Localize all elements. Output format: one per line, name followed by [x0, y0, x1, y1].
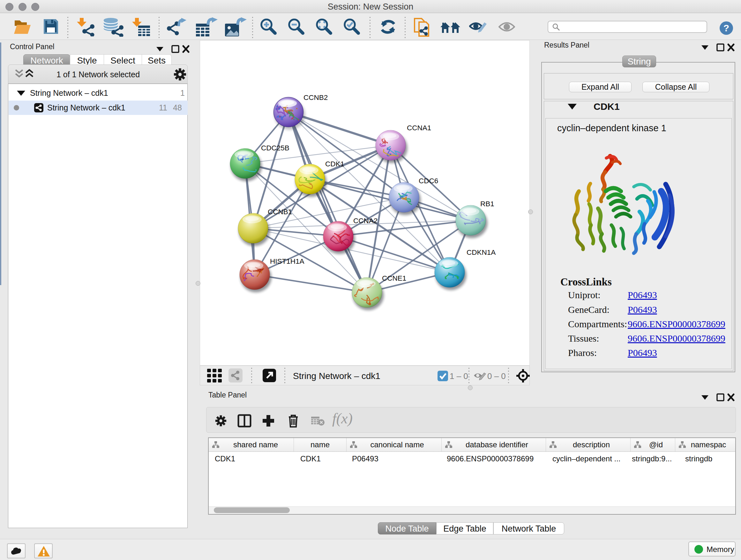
svg-text:CCNB2: CCNB2 — [304, 94, 328, 102]
svg-text:CCNA1: CCNA1 — [407, 124, 431, 132]
svg-text:CCNB1: CCNB1 — [268, 208, 292, 216]
svg-text:CDK1: CDK1 — [325, 160, 344, 168]
svg-text:CCNA2: CCNA2 — [353, 217, 378, 225]
svg-text:RB1: RB1 — [480, 200, 494, 208]
svg-text:CDKN1A: CDKN1A — [467, 248, 495, 256]
svg-text:HIST1H1A: HIST1H1A — [270, 257, 305, 265]
svg-text:CDC25B: CDC25B — [261, 144, 289, 152]
svg-text:?: ? — [724, 23, 729, 33]
svg-text:CDC6: CDC6 — [419, 177, 438, 185]
svg-text:CCNE1: CCNE1 — [382, 274, 406, 282]
